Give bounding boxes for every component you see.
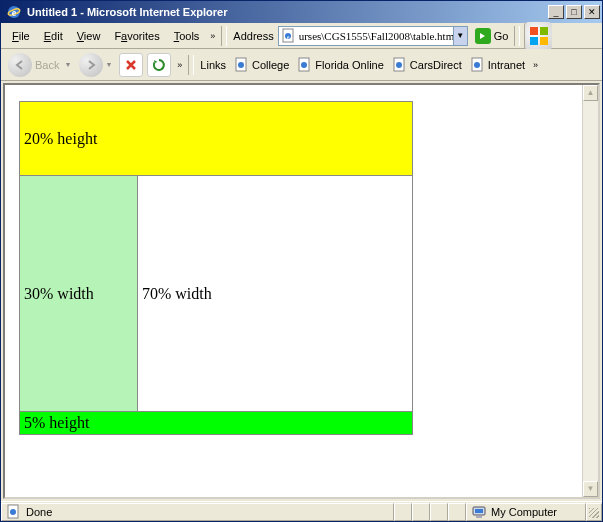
maximize-button[interactable]: □ xyxy=(566,5,582,19)
cell-bottom: 5% height xyxy=(20,412,413,435)
menu-view[interactable]: View xyxy=(70,27,108,45)
svg-rect-9 xyxy=(540,37,548,45)
ie-icon: e xyxy=(6,4,22,20)
menu-tools[interactable]: Tools xyxy=(167,27,207,45)
page-icon: e xyxy=(281,28,297,44)
svg-point-11 xyxy=(238,62,244,68)
content-area: 20% height 30% width 70% width 5% height… xyxy=(3,83,600,499)
cell-right: 70% width xyxy=(137,176,412,412)
page-icon xyxy=(297,57,313,73)
links-overflow-icon[interactable]: » xyxy=(529,60,542,70)
go-button[interactable]: Go xyxy=(471,26,513,46)
window-title: Untitled 1 - Microsoft Internet Explorer xyxy=(25,6,546,18)
link-college[interactable]: College xyxy=(230,57,293,73)
address-dropdown-icon[interactable]: ▼ xyxy=(453,27,467,45)
vertical-scrollbar[interactable]: ▲ ▼ xyxy=(582,85,598,497)
svg-rect-7 xyxy=(540,27,548,35)
menubar: File Edit View Favorites Tools » Address… xyxy=(1,23,602,49)
browser-window: e Untitled 1 - Microsoft Internet Explor… xyxy=(0,0,603,522)
links-label: Links xyxy=(196,59,230,71)
page-icon xyxy=(392,57,408,73)
svg-point-17 xyxy=(474,62,480,68)
page-body: 20% height 30% width 70% width 5% height xyxy=(5,85,582,497)
link-label: CarsDirect xyxy=(410,59,462,71)
status-pane-3 xyxy=(430,503,448,521)
link-label: Intranet xyxy=(488,59,525,71)
scroll-up-icon[interactable]: ▲ xyxy=(583,85,598,101)
demo-table: 20% height 30% width 70% width 5% height xyxy=(19,101,413,435)
svg-text:e: e xyxy=(286,34,289,40)
statusbar: Done My Computer xyxy=(1,501,602,521)
toolbar-overflow-icon[interactable]: » xyxy=(173,60,186,70)
svg-text:e: e xyxy=(12,7,17,18)
minimize-button[interactable]: _ xyxy=(548,5,564,19)
address-input[interactable] xyxy=(299,30,453,42)
go-label: Go xyxy=(494,30,509,42)
menu-favorites[interactable]: Favorites xyxy=(107,27,166,45)
status-text: Done xyxy=(1,503,394,521)
scroll-track[interactable] xyxy=(583,101,598,481)
status-label: Done xyxy=(26,506,52,518)
back-button[interactable]: Back ▼ xyxy=(5,52,76,78)
link-florida-online[interactable]: Florida Online xyxy=(293,57,387,73)
page-icon xyxy=(6,504,22,520)
svg-rect-22 xyxy=(476,516,482,518)
forward-button[interactable]: ▼ xyxy=(76,52,117,78)
toolbar-grip[interactable] xyxy=(221,26,227,46)
close-button[interactable]: ✕ xyxy=(584,5,600,19)
menu-edit[interactable]: Edit xyxy=(37,27,70,45)
ie-logo xyxy=(524,22,552,50)
link-label: College xyxy=(252,59,289,71)
forward-dropdown-icon[interactable]: ▼ xyxy=(103,61,114,68)
status-pane-1 xyxy=(394,503,412,521)
toolbar-grip-2[interactable] xyxy=(514,26,520,46)
svg-point-15 xyxy=(396,62,402,68)
page-icon xyxy=(470,57,486,73)
svg-point-13 xyxy=(301,62,307,68)
menu-overflow-icon[interactable]: » xyxy=(206,31,219,41)
computer-icon xyxy=(471,504,487,520)
link-carsdirect[interactable]: CarsDirect xyxy=(388,57,466,73)
page-icon xyxy=(234,57,250,73)
zone-label: My Computer xyxy=(491,506,557,518)
refresh-button[interactable] xyxy=(147,53,171,77)
address-bar[interactable]: e ▼ xyxy=(278,26,468,46)
stop-button[interactable] xyxy=(119,53,143,77)
window-buttons: _ □ ✕ xyxy=(546,5,600,19)
go-arrow-icon xyxy=(475,28,491,44)
back-label: Back xyxy=(32,59,62,71)
cell-left: 30% width xyxy=(20,176,138,412)
back-dropdown-icon[interactable]: ▼ xyxy=(62,61,73,68)
link-label: Florida Online xyxy=(315,59,383,71)
security-zone: My Computer xyxy=(466,503,586,521)
back-icon xyxy=(8,53,32,77)
forward-icon xyxy=(79,53,103,77)
cell-top: 20% height xyxy=(20,102,413,176)
svg-rect-21 xyxy=(475,509,483,513)
status-pane-2 xyxy=(412,503,430,521)
status-pane-4 xyxy=(448,503,466,521)
svg-rect-8 xyxy=(530,37,538,45)
address-label: Address xyxy=(229,30,277,42)
toolbar-grip-3[interactable] xyxy=(188,55,194,75)
link-intranet[interactable]: Intranet xyxy=(466,57,529,73)
svg-rect-6 xyxy=(530,27,538,35)
menu-file[interactable]: File xyxy=(5,27,37,45)
svg-point-19 xyxy=(10,509,16,515)
nav-toolbar: Back ▼ ▼ » Links College Florida Online xyxy=(1,49,602,81)
titlebar: e Untitled 1 - Microsoft Internet Explor… xyxy=(1,1,602,23)
resize-grip[interactable] xyxy=(586,503,602,521)
scroll-down-icon[interactable]: ▼ xyxy=(583,481,598,497)
